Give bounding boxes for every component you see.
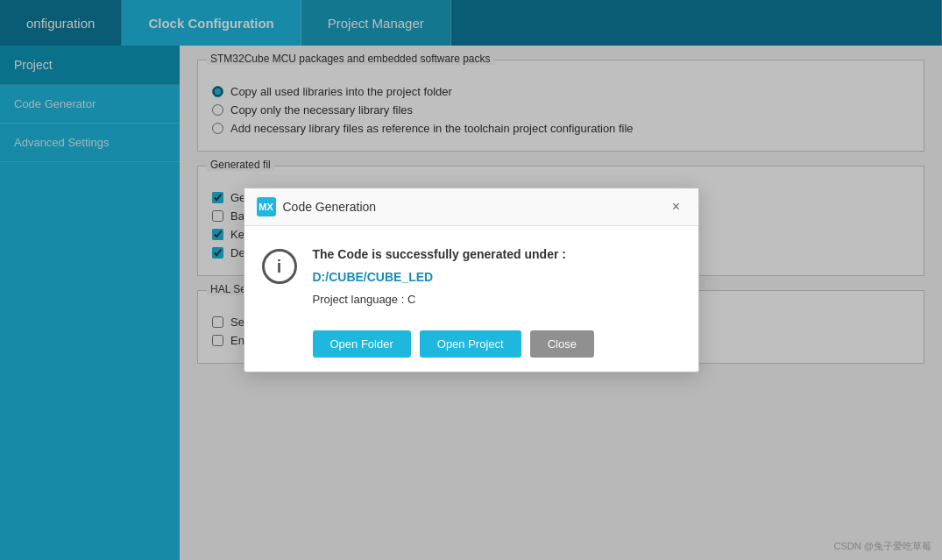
info-icon: i (262, 249, 297, 284)
open-project-button[interactable]: Open Project (420, 330, 521, 358)
modal-title: Code Generation (283, 200, 667, 214)
modal-message: The Code is successfully generated under… (313, 247, 681, 306)
path-text: D:/CUBE/CUBE_LED (313, 270, 681, 284)
modal-close-button[interactable]: × (667, 197, 686, 216)
modal-footer: Open Folder Open Project Close (244, 320, 698, 372)
close-button[interactable]: Close (530, 330, 594, 358)
lang-text: Project language : C (313, 293, 681, 306)
modal-header: MX Code Generation × (244, 188, 698, 226)
modal-title-icon: MX (257, 197, 276, 216)
modal-overlay: MX Code Generation × i The Code is succe… (0, 0, 942, 560)
modal-body: i The Code is successfully generated und… (244, 226, 698, 320)
code-generation-modal: MX Code Generation × i The Code is succe… (244, 188, 699, 372)
open-folder-button[interactable]: Open Folder (313, 330, 411, 358)
success-text: The Code is successfully generated under… (313, 247, 681, 261)
